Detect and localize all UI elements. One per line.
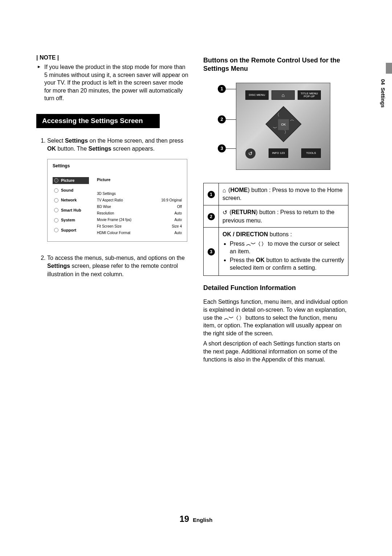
row-num: 1 <box>208 191 215 198</box>
step-1: Select Settings on the Home screen, and … <box>47 137 189 242</box>
step-2: To access the menus, sub-menus, and opti… <box>47 254 189 278</box>
nav-network: Network <box>53 197 89 204</box>
step1-bold1: Settings <box>65 138 88 144</box>
chevron-down-icon: ﹀ <box>273 125 277 131</box>
remote-body: DISC MENU ⌂ TITLE MENU POP-UP OK ︿ ﹀ 〈 〉… <box>236 83 330 170</box>
table-row-home: 1 ⌂ (HOME) button : Press to move to the… <box>204 183 348 205</box>
row-value: Auto <box>174 230 182 236</box>
nav-label: System <box>61 217 75 223</box>
row-number-cell: 2 <box>204 205 219 227</box>
row-number-cell: 3 <box>204 228 219 276</box>
chevron-up-icon: ︿ <box>290 116 294 123</box>
tools-button: TOOLS <box>301 148 321 158</box>
heading-buttons-remote: Buttons on the Remote Control Used for t… <box>203 56 348 73</box>
row-label: BD Wise <box>97 204 111 209</box>
chevron-left-icon: 〈 <box>275 112 279 118</box>
settings-screenshot: Settings Picture Sound Network Smart Hub… <box>47 159 187 242</box>
heading-detailed: Detailed Function Information <box>203 284 348 292</box>
sidetab-label: Settings <box>380 87 386 107</box>
remote-top-row: DISC MENU ⌂ TITLE MENU POP-UP <box>245 90 321 100</box>
row-fitscreen: Fit Screen SizeSize 4 <box>97 223 182 230</box>
step1-text: Select <box>47 138 65 144</box>
steps-list: Select Settings on the Home screen, and … <box>36 137 189 278</box>
sidetab-stripe <box>386 63 392 74</box>
nav-label: Support <box>61 228 76 233</box>
callout-2-badge: 2 <box>218 115 226 123</box>
text: buttons : <box>268 231 292 237</box>
side-chapter-tab: 04 Settings <box>374 69 392 120</box>
settings-title: Settings <box>53 163 182 169</box>
section-heading-accessing: Accessing the Settings Screen <box>36 114 160 128</box>
nav-system: System <box>53 217 89 224</box>
note-label: | NOTE | <box>36 54 189 61</box>
home-icon: ⌂ <box>222 187 226 195</box>
sidetab-num: 04 <box>380 79 386 85</box>
system-icon <box>54 218 58 222</box>
home-button: ⌂ <box>271 90 295 100</box>
direction-pad: OK ︿ ﹀ 〈 〉 <box>266 106 302 142</box>
settings-nav: Picture Sound Network Smart Hub System S… <box>53 177 89 236</box>
row-label: TV Aspect Ratio <box>97 198 123 203</box>
label-home: HOME <box>230 187 248 193</box>
remote-bottom-row: ↺ INFO 123 TOOLS <box>245 148 321 159</box>
row-value: Off <box>177 204 182 209</box>
row-desc-cell: ↺ (RETURN) button : Press to return to t… <box>219 205 348 227</box>
nav-label: Sound <box>61 188 73 193</box>
left-column: | NOTE | If you leave the product in the… <box>36 54 189 363</box>
sound-icon <box>54 188 58 193</box>
nav-sound: Sound <box>53 187 89 194</box>
row-label: Fit Screen Size <box>97 224 122 229</box>
label-okdir: OK / DIRECTION <box>222 231 268 237</box>
button-table: 1 ⌂ (HOME) button : Press to move to the… <box>203 183 348 276</box>
text: ( <box>227 187 230 193</box>
row-value: 16:9 Original <box>161 198 182 203</box>
detail-para-2: A short description of each Settings fun… <box>203 340 348 363</box>
return-icon: ↺ <box>222 209 227 217</box>
nav-picture: Picture <box>53 177 89 184</box>
picture-icon <box>54 178 58 183</box>
right-column: Buttons on the Remote Control Used for t… <box>203 54 348 363</box>
smarthub-icon <box>54 208 58 212</box>
support-icon <box>54 228 58 232</box>
nav-label: Picture <box>61 178 74 183</box>
chevron-right-icon: 〉 <box>284 129 289 135</box>
settings-content: Picture 3D Settings TV Aspect Ratio16:9 … <box>97 177 182 236</box>
disc-menu-button: DISC MENU <box>245 90 269 100</box>
row-movieframe: Movie Frame (24 fps)Auto <box>97 217 182 223</box>
step2-pre: To access the menus, sub-menus, and opti… <box>47 255 185 261</box>
row-value: Auto <box>174 211 182 216</box>
title-menu-button: TITLE MENU POP-UP <box>298 90 321 100</box>
table-row-okdir: 3 OK / DIRECTION buttons : Press ︿﹀〈 〉 t… <box>204 228 348 276</box>
callout-3-badge: 3 <box>218 144 226 152</box>
row-number-cell: 1 <box>204 183 219 205</box>
row-label: HDMI Colour Format <box>97 230 130 236</box>
step1-bold3: Settings <box>89 146 111 152</box>
row-aspect: TV Aspect Ratio16:9 Original <box>97 197 182 204</box>
row-3d: 3D Settings <box>97 191 182 197</box>
step1-mid2: button. The <box>56 146 89 152</box>
row-resolution: ResolutionAuto <box>97 210 182 217</box>
nav-smart-hub: Smart Hub <box>53 207 89 214</box>
row-value: Size 4 <box>172 224 182 229</box>
row-hdmi: HDMI Colour FormatAuto <box>97 230 182 236</box>
remote-illustration: 1 2 3 DISC MENU ⌂ TITLE MENU POP-UP OK ︿… <box>203 79 330 173</box>
row-value: Auto <box>174 217 182 222</box>
page-footer: 19 English <box>0 514 392 524</box>
row-label: Movie Frame (24 fps) <box>97 217 131 222</box>
step1-mid: on the Home screen, and then press <box>88 138 183 144</box>
nav-label: Smart Hub <box>61 208 81 213</box>
step1-end: screen appears. <box>111 146 155 152</box>
detail-para-1: Each Settings function, menu item, and i… <box>203 298 348 337</box>
page-number: 19 <box>179 514 189 524</box>
row-num: 2 <box>208 213 215 220</box>
row-num: 3 <box>208 248 215 255</box>
info-button: INFO 123 <box>269 148 288 158</box>
step1-bold2: OK <box>47 146 56 152</box>
row-desc-cell: OK / DIRECTION buttons : Press ︿﹀〈 〉 to … <box>219 228 348 276</box>
network-icon <box>54 198 58 203</box>
callout-1-line <box>226 89 236 89</box>
row-label: Resolution <box>97 211 114 216</box>
content-title: Picture <box>97 177 182 183</box>
table-row-return: 2 ↺ (RETURN) button : Press to return to… <box>204 205 348 227</box>
step2-bold: Settings <box>47 263 70 269</box>
